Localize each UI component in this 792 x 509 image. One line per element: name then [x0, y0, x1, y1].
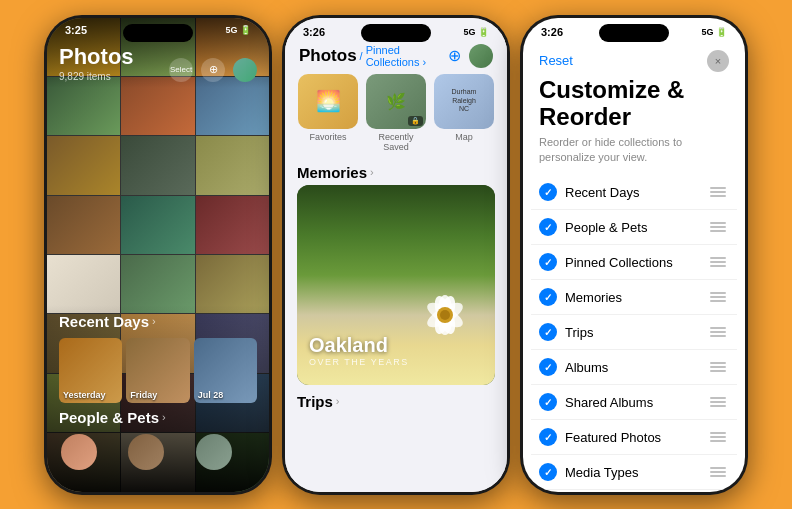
drag-handle[interactable] [707, 359, 729, 375]
label-people-pets: People & Pets [565, 220, 647, 235]
collection-map[interactable]: DurhamRaleighNC Map [433, 74, 495, 152]
list-item[interactable]: ✓ Utilities [531, 490, 737, 491]
favorites-label: Favorites [309, 132, 346, 142]
p2-actions: ⊕ [448, 44, 493, 68]
check-media-types: ✓ [539, 463, 557, 481]
label-albums: Albums [565, 360, 608, 375]
list-item[interactable]: ✓ Recent Days [531, 175, 737, 210]
collections-link[interactable]: / [360, 50, 363, 62]
check-people-pets: ✓ [539, 218, 557, 236]
phone-1: 3:25 5G 🔋 Photos 9,829 items Select [44, 15, 272, 495]
label-media-types: Media Types [565, 465, 638, 480]
label-featured-photos: Featured Photos [565, 430, 661, 445]
drag-handle[interactable] [707, 324, 729, 340]
time-3: 3:26 [541, 26, 563, 38]
drag-handle[interactable] [707, 219, 729, 235]
list-item[interactable]: ✓ Albums [531, 350, 737, 385]
check-pinned: ✓ [539, 253, 557, 271]
phones-container: 3:25 5G 🔋 Photos 9,829 items Select [32, 3, 760, 507]
recently-saved-label: Recently Saved [365, 132, 427, 152]
photos-title-2: Photos [299, 46, 357, 66]
list-item[interactable]: ✓ Pinned Collections [531, 245, 737, 280]
check-featured: ✓ [539, 428, 557, 446]
customize-modal: 3:26 5G 🔋 Reset × Customize &Reorder Reo… [523, 18, 745, 492]
list-item[interactable]: ✓ Trips [531, 315, 737, 350]
drag-handle[interactable] [707, 289, 729, 305]
svg-point-6 [440, 310, 450, 320]
trips-header[interactable]: Trips › [285, 385, 507, 414]
drag-handle[interactable] [707, 464, 729, 480]
drag-handle[interactable] [707, 394, 729, 410]
drag-handle[interactable] [707, 429, 729, 445]
label-memories: Memories [565, 290, 622, 305]
list-item[interactable]: ✓ Featured Photos [531, 420, 737, 455]
trips-title: Trips [297, 393, 333, 410]
customize-subtext: Reorder or hide collections to personali… [523, 131, 745, 176]
phone2-content: 3:26 5G 🔋 Photos / Pinned Collections › … [285, 18, 507, 492]
map-label: Map [455, 132, 473, 142]
check-memories: ✓ [539, 288, 557, 306]
pinned-collections-link[interactable]: Pinned Collections › [366, 44, 448, 68]
memories-chevron: › [370, 166, 374, 178]
avatar-2[interactable] [469, 44, 493, 68]
modal-top-bar: Reset × [523, 40, 745, 76]
phone-3: 3:26 5G 🔋 Reset × Customize &Reorder Reo… [520, 15, 748, 495]
close-button[interactable]: × [707, 50, 729, 72]
memory-subtitle: OVER THE YEARS [309, 357, 483, 367]
memory-card[interactable]: Oakland OVER THE YEARS [297, 185, 495, 385]
time-2: 3:26 [303, 26, 325, 38]
status-bar-2: 3:26 5G 🔋 [285, 18, 507, 40]
list-item[interactable]: ✓ Shared Albums [531, 385, 737, 420]
close-icon: × [715, 55, 721, 67]
check-albums: ✓ [539, 358, 557, 376]
customize-list: ✓ Recent Days ✓ People & Pets [523, 175, 745, 491]
collection-favorites[interactable]: 🌅 Favorites [297, 74, 359, 152]
phone-2: 3:26 5G 🔋 Photos / Pinned Collections › … [282, 15, 510, 495]
lock-badge: 🔒 [408, 116, 423, 126]
trips-chevron: › [336, 395, 340, 407]
photo-grid [47, 18, 269, 492]
collections-row: 🌅 Favorites 🌿 🔒 Recently Saved [285, 74, 507, 160]
check-shared-albums: ✓ [539, 393, 557, 411]
memories-header[interactable]: Memories › [285, 160, 507, 185]
customize-heading: Customize &Reorder [523, 76, 745, 131]
status-icons-2: 5G 🔋 [463, 27, 489, 37]
list-item[interactable]: ✓ Memories [531, 280, 737, 315]
label-recent-days: Recent Days [565, 185, 639, 200]
search-icon-2[interactable]: ⊕ [448, 46, 461, 65]
reset-button[interactable]: Reset [539, 53, 573, 68]
list-item[interactable]: ✓ People & Pets [531, 210, 737, 245]
label-pinned-collections: Pinned Collections [565, 255, 673, 270]
label-trips: Trips [565, 325, 593, 340]
collection-recently-saved[interactable]: 🌿 🔒 Recently Saved [365, 74, 427, 152]
memory-title: Oakland [309, 334, 483, 357]
status-icons-3: 5G 🔋 [701, 27, 727, 37]
memories-title: Memories [297, 164, 367, 181]
drag-handle[interactable] [707, 184, 729, 200]
drag-handle[interactable] [707, 254, 729, 270]
label-shared-albums: Shared Albums [565, 395, 653, 410]
map-overlay: DurhamRaleighNC [434, 74, 494, 129]
list-item[interactable]: ✓ Media Types [531, 455, 737, 490]
check-trips: ✓ [539, 323, 557, 341]
p2-header: Photos / Pinned Collections › ⊕ [285, 40, 507, 74]
status-bar-3: 3:26 5G 🔋 [523, 18, 745, 40]
dynamic-island-1 [123, 24, 193, 42]
check-recent-days: ✓ [539, 183, 557, 201]
